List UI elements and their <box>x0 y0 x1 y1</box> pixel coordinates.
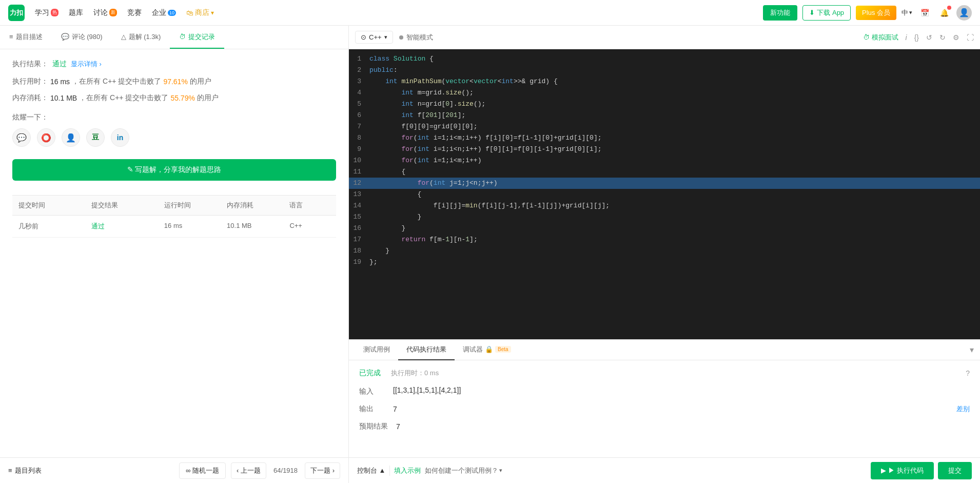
tab-debugger[interactable]: 调试器 🔒 Beta <box>455 340 519 360</box>
lang-label: C++ <box>369 33 382 41</box>
nav-item-learn[interactable]: 学习 热 <box>35 8 58 17</box>
code-line-2: 2 public: <box>349 65 980 76</box>
col-header-result: 提交结果 <box>85 201 158 210</box>
expected-row: 预期结果 7 <box>359 422 970 431</box>
code-line-4: 4 int m=grid.size(); <box>349 87 980 99</box>
new-feature-btn[interactable]: 新功能 <box>763 5 797 21</box>
code-line-14: 14 f[i][j]=min(f[i][j-1],f[i-1][j])+grid… <box>349 200 980 211</box>
calendar-icon-btn[interactable]: 📅 <box>917 6 932 20</box>
code-line-8: 8 for(int i=1;i<m;i++) f[i][0]=f[i-1][0]… <box>349 132 980 144</box>
nav-item-enterprise[interactable]: 企业 10 <box>152 8 176 17</box>
tab-solutions[interactable]: △ 题解 (1.3k) <box>112 26 170 49</box>
input-value: [[1,3,1],[1,5,1],[4,2,1]] <box>393 386 970 394</box>
exec-time-row: 执行用时： 16 ms ，在所有 C++ 提交中击败了 97.61% 的用户 <box>12 77 336 86</box>
fullscreen-btn[interactable]: ⛶ <box>967 33 974 42</box>
nav-item-discuss[interactable]: 讨论 新 <box>93 8 117 17</box>
nav-item-contest[interactable]: 竞赛 <box>127 8 142 17</box>
qq-share-btn[interactable]: 👤 <box>62 128 80 147</box>
code-line-6: 6 int f[201][201]; <box>349 110 980 121</box>
bottom-tabs: 测试用例 代码执行结果 调试器 🔒 Beta ▾ <box>349 340 980 360</box>
problem-list-btn[interactable]: ≡ 题目列表 <box>8 466 42 475</box>
result-area: 执行结果： 通过 显示详情 › 执行用时： 16 ms ，在所有 C++ 提交中… <box>0 49 348 457</box>
code-line-11: 11 { <box>349 166 980 178</box>
bottom-panel: 测试用例 代码执行结果 调试器 🔒 Beta ▾ 已完成 执行用时：0 ms <box>349 339 980 483</box>
tab-bar: ≡ 题目描述 💬 评论 (980) △ 题解 (1.3k) ⏱ 提交记录 <box>0 26 348 49</box>
plus-btn[interactable]: Plus 会员 <box>856 6 896 20</box>
code-format-btn[interactable]: {} <box>914 33 919 42</box>
show-detail-link[interactable]: 显示详情 › <box>71 60 102 69</box>
table-row[interactable]: 几秒前 通过 16 ms 10.1 MB C++ <box>12 216 336 238</box>
cell-runtime: 16 ms <box>158 222 221 231</box>
exec-result-row: 执行结果： 通过 显示详情 › <box>12 60 336 69</box>
top-nav: 力扣 学习 热 题库 讨论 新 竞赛 企业 10 🛍 商店 ▾ 新功能 ⬇ 下载… <box>0 0 980 26</box>
code-header-right: ⏱ 模拟面试 i {} ↺ ↻ ⚙ ⛶ <box>863 33 974 42</box>
nav-item-problems[interactable]: 题库 <box>69 8 83 17</box>
bell-icon-btn[interactable]: 🔔 <box>937 6 951 20</box>
submit-btn[interactable]: 提交 <box>938 462 972 479</box>
submission-table: 提交时间 提交结果 运行时间 内存消耗 语言 几秒前 通过 16 ms 10.1… <box>12 195 336 238</box>
next-problem-btn[interactable]: 下一题 › <box>305 462 340 479</box>
linkedin-share-btn[interactable]: in <box>111 128 129 147</box>
expected-label: 预期结果 <box>359 422 388 431</box>
code-line-13: 13 { <box>349 189 980 200</box>
code-header: ⊙ C++ ▾ 智能模式 ⏱ 模拟面试 i {} ↺ ↻ ⚙ ⛶ <box>349 26 980 49</box>
code-line-5: 5 int n=grid[0].size(); <box>349 99 980 110</box>
write-solution-btn[interactable]: ✎ 写题解，分享我的解题思路 <box>12 159 336 181</box>
cell-time: 几秒前 <box>12 222 85 231</box>
avatar[interactable]: 👤 <box>956 5 972 21</box>
console-btn[interactable]: 控制台 ▲ <box>357 466 385 475</box>
output-value: 7 <box>393 405 948 413</box>
beta-badge: Beta <box>495 346 511 353</box>
weibo-share-btn[interactable]: ⭕ <box>37 128 55 147</box>
logo[interactable]: 力扣 <box>8 5 25 21</box>
random-problem-btn[interactable]: ∞ 随机一题 <box>179 462 226 479</box>
wechat-share-btn[interactable]: 💬 <box>12 128 31 147</box>
settings-btn[interactable]: ⚙ <box>953 33 959 42</box>
how-to-btn[interactable]: 如何创建一个测试用例？ ▾ <box>425 466 502 475</box>
tab-test-cases[interactable]: 测试用例 <box>355 340 398 360</box>
question-icon[interactable]: ? <box>966 369 970 377</box>
bottom-nav-bar: ≡ 题目列表 ∞ 随机一题 ‹ 上一题 64/1918 下一题 › <box>0 457 348 483</box>
prev-problem-btn[interactable]: ‹ 上一题 <box>231 462 266 479</box>
action-bar: 控制台 ▲ 填入示例 如何创建一个测试用例？ ▾ ▶ ▶ 执行代码 提交 <box>349 457 980 483</box>
complete-status: 已完成 <box>359 369 381 378</box>
exec-time-info: 执行用时：0 ms <box>391 369 439 378</box>
diff-btn[interactable]: 差别 <box>956 404 970 414</box>
left-panel: ≡ 题目描述 💬 评论 (980) △ 题解 (1.3k) ⏱ 提交记录 执行结… <box>0 26 349 483</box>
table-header: 提交时间 提交结果 运行时间 内存消耗 语言 <box>12 195 336 216</box>
run-code-btn[interactable]: ▶ ▶ 执行代码 <box>871 462 934 479</box>
douban-share-btn[interactable]: 豆 <box>86 128 105 147</box>
redo-btn[interactable]: ↻ <box>939 33 946 42</box>
nav-right: 新功能 ⬇ 下载 App Plus 会员 中 ▾ 📅 🔔 👤 <box>763 5 972 21</box>
nav-item-store[interactable]: 🛍 商店 ▾ <box>186 8 214 17</box>
input-label: 输入 <box>359 386 385 396</box>
col-header-time: 提交时间 <box>12 201 85 210</box>
fill-example-btn[interactable]: 填入示例 <box>394 466 421 475</box>
lang-selector[interactable]: 中 ▾ <box>901 8 912 17</box>
output-row: 输出 7 差别 <box>359 404 970 414</box>
code-line-1: 1 class Solution { <box>349 53 980 65</box>
code-line-18: 18 } <box>349 245 980 257</box>
lock-icon: 🔒 <box>485 345 493 353</box>
code-line-17: 17 return f[m-1][n-1]; <box>349 234 980 245</box>
cell-memory: 10.1 MB <box>221 222 283 231</box>
input-row: 输入 [[1,3,1],[1,5,1],[4,2,1]] <box>359 386 970 396</box>
lang-dropdown[interactable]: ⊙ C++ ▾ <box>355 31 393 44</box>
right-panel: ⊙ C++ ▾ 智能模式 ⏱ 模拟面试 i {} ↺ ↻ ⚙ ⛶ <box>349 26 980 483</box>
undo-btn[interactable]: ↺ <box>926 33 932 42</box>
memory-row: 内存消耗： 10.1 MB ，在所有 C++ 提交中击败了 55.79% 的用户 <box>12 93 336 103</box>
expand-panel-btn[interactable]: ▾ <box>970 345 974 355</box>
download-app-btn[interactable]: ⬇ 下载 App <box>802 5 851 21</box>
tab-comments[interactable]: 💬 评论 (980) <box>52 26 112 49</box>
main-layout: ≡ 题目描述 💬 评论 (980) △ 题解 (1.3k) ⏱ 提交记录 执行结… <box>0 26 980 483</box>
tab-code-result[interactable]: 代码执行结果 <box>398 340 455 360</box>
code-line-19: 19 }; <box>349 257 980 268</box>
exec-status: 通过 <box>52 60 67 69</box>
code-line-7: 7 f[0][0]=grid[0][0]; <box>349 121 980 132</box>
italic-btn[interactable]: i <box>906 33 907 42</box>
tab-submissions[interactable]: ⏱ 提交记录 <box>170 26 224 49</box>
code-line-9: 9 for(int i=1;i<n;i++) f[0][i]=f[0][i-1]… <box>349 144 980 155</box>
mock-interview-btn[interactable]: ⏱ 模拟面试 <box>863 33 898 42</box>
code-editor[interactable]: 1 class Solution { 2 public: 3 int minPa… <box>349 49 980 339</box>
tab-description[interactable]: ≡ 题目描述 <box>0 26 52 49</box>
